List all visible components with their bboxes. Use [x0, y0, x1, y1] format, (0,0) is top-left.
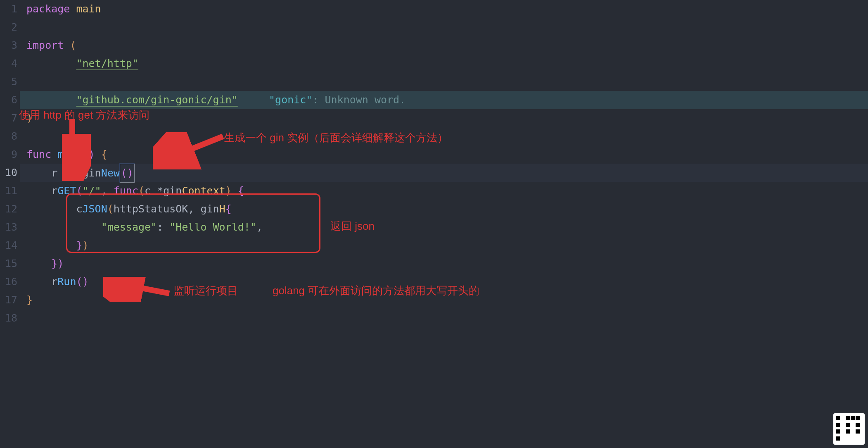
keyword: package — [26, 3, 70, 15]
code-line[interactable] — [20, 127, 868, 145]
map-value: "Hello World!" — [169, 221, 256, 233]
code-line[interactable]: package main — [20, 0, 868, 18]
line-number: 7 — [0, 109, 20, 127]
line-number: 9 — [0, 145, 20, 164]
line-number-gutter: 1 2 3 4 5 6 7 8 9 10 11 12 13 14 15 16 1… — [0, 0, 20, 327]
line-number: 5 — [0, 73, 20, 91]
method-call: JSON — [82, 203, 107, 215]
code-line[interactable] — [20, 309, 868, 327]
line-number: 15 — [0, 255, 20, 273]
code-line-current[interactable]: r := ginNew() — [20, 164, 868, 182]
code-line[interactable]: import ( — [20, 36, 868, 55]
string: "/" — [83, 185, 101, 197]
method-call: Run — [57, 276, 76, 288]
code-line[interactable]: }) — [20, 255, 868, 273]
function-name: main — [57, 148, 82, 160]
import-path: "github.com/gin-gonic/gin" — [76, 94, 237, 106]
code-line[interactable]: }) — [20, 236, 868, 255]
line-number: 2 — [0, 18, 20, 36]
method-call: GET — [57, 185, 76, 197]
import-path: "net/http" — [76, 57, 138, 69]
code-line[interactable]: ) — [20, 109, 868, 127]
package-name: main — [76, 3, 101, 15]
paren: ) — [26, 112, 33, 124]
code-line[interactable]: rRun() — [20, 273, 868, 291]
code-line[interactable]: "message": "Hello World!", — [20, 218, 868, 236]
qr-code — [833, 413, 865, 445]
line-number: 13 — [0, 218, 20, 236]
code-line[interactable] — [20, 18, 868, 36]
code-line[interactable]: "net/http" — [20, 55, 868, 73]
line-number: 6 — [0, 91, 20, 109]
keyword: func — [26, 148, 51, 160]
code-line[interactable]: func main() { — [20, 145, 868, 164]
code-line[interactable]: } — [20, 291, 868, 309]
lint-message: Unknown word. — [325, 94, 406, 106]
map-key: "message" — [101, 221, 157, 233]
cursor-box: () — [120, 164, 135, 183]
method-call: New — [101, 167, 120, 179]
code-line[interactable]: cJSON(httpStatusOK, ginH{ — [20, 200, 868, 218]
code-area[interactable]: package main import ( "net/http" "github… — [20, 0, 868, 327]
line-number: 11 — [0, 182, 20, 200]
line-number-current: 10 — [0, 164, 20, 182]
line-number: 12 — [0, 200, 20, 218]
lint-hint: "gonic" — [269, 94, 312, 106]
paren: ( — [70, 39, 76, 51]
line-number: 4 — [0, 55, 20, 73]
line-number: 16 — [0, 273, 20, 291]
line-number: 3 — [0, 36, 20, 55]
line-number: 18 — [0, 309, 20, 327]
line-number: 17 — [0, 291, 20, 309]
code-line[interactable] — [20, 73, 868, 91]
code-line-highlighted[interactable]: "github.com/gin-gonic/gin" "gonic": Unkn… — [20, 91, 868, 109]
keyword: import — [26, 39, 64, 51]
code-line[interactable]: rGET("/", func(c *ginContext) { — [20, 182, 868, 200]
line-number: 14 — [0, 236, 20, 255]
line-number: 8 — [0, 127, 20, 145]
code-editor[interactable]: 1 2 3 4 5 6 7 8 9 10 11 12 13 14 15 16 1… — [0, 0, 868, 448]
line-number: 1 — [0, 0, 20, 18]
